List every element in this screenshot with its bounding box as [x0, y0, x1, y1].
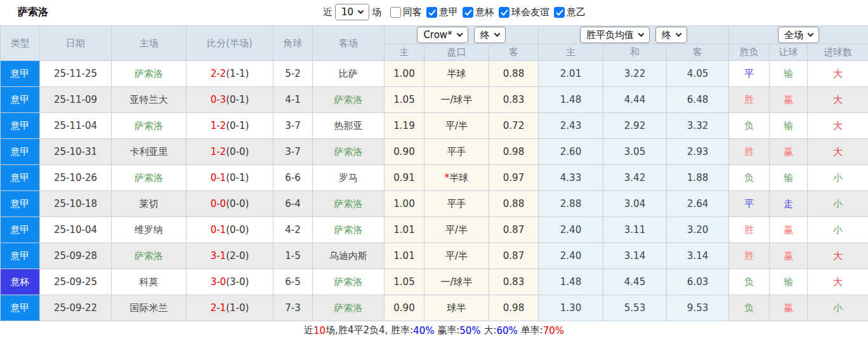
- home-team-cell: 科莫: [112, 269, 187, 295]
- avg-draw-odds-cell: 4.44: [603, 87, 667, 113]
- result-cell: 胜: [729, 87, 770, 113]
- score-cell: 0-1(0-0): [187, 217, 273, 243]
- handicap-away-odds-cell: 0.88: [489, 61, 539, 87]
- checkbox-same-away[interactable]: [390, 7, 401, 18]
- summary-segment: 单率:: [518, 324, 543, 336]
- handicap-home-odds-cell: 1.01: [385, 217, 424, 243]
- date-cell: 25-09-25: [40, 269, 112, 295]
- summary-segment: 70%: [543, 325, 564, 336]
- handicap-line-cell: *半球: [424, 165, 489, 191]
- result-cell: 负: [729, 113, 770, 139]
- corners-cell: 6-5: [273, 269, 313, 295]
- handicap-line-cell: 半球: [424, 61, 489, 87]
- away-team-cell: 萨索洛: [313, 87, 385, 113]
- away-team-cell: 罗马: [313, 165, 385, 191]
- date-cell: 25-10-18: [40, 191, 112, 217]
- handicap-home-odds-cell: 0.90: [385, 139, 424, 165]
- away-team-cell: 萨索洛: [313, 217, 385, 243]
- score-cell: 1-2(0-0): [187, 139, 273, 165]
- avg-type-select[interactable]: 胜平负均值: [580, 27, 650, 43]
- recent-count-select[interactable]: 10: [335, 4, 369, 20]
- away-team-cell: 萨索洛: [313, 191, 385, 217]
- home-team-cell: 萨索洛: [112, 165, 187, 191]
- col-header-handicap-result: 让球: [770, 44, 808, 61]
- table-row: 意甲25-10-04维罗纳0-1(0-0)4-2萨索洛1.01平/半0.872.…: [1, 217, 868, 243]
- result-group-header: 全场: [729, 26, 868, 44]
- avg-home-odds-cell: 2.40: [539, 217, 603, 243]
- avg-draw-odds-cell: 4.45: [603, 269, 667, 295]
- filter-club-friendly: 球会友谊: [499, 6, 549, 18]
- chevron-down-icon: [676, 30, 682, 37]
- odds-company-value: Crow*: [423, 29, 452, 41]
- col-header-corner: 角球: [273, 26, 313, 61]
- table-row: 意甲25-11-04萨索洛1-2(0-1)3-7热那亚1.19平/半0.722.…: [1, 113, 868, 139]
- goals-result-cell: 大: [808, 139, 868, 165]
- handicap-result-cell: 走: [770, 191, 808, 217]
- avg-away-odds-cell: 3.20: [667, 217, 729, 243]
- goals-result-cell: 小: [808, 165, 868, 191]
- checkbox-serie-b[interactable]: [554, 7, 565, 18]
- halftime-score: (0-1): [226, 94, 249, 105]
- table-row: 意甲25-09-28萨索洛3-1(2-0)1-5乌迪内斯1.01平/半0.872…: [1, 243, 868, 269]
- goals-result-cell: 大: [808, 61, 868, 87]
- score-cell: 0-1(0-1): [187, 165, 273, 191]
- avg-stage-value: 终: [662, 29, 671, 41]
- handicap-result-cell: 赢: [770, 217, 808, 243]
- handicap-result-cell: 赢: [770, 295, 808, 321]
- chevron-down-icon: [638, 30, 645, 37]
- handicap-result-cell: 输: [770, 269, 808, 295]
- checkbox-coppa-italia[interactable]: [463, 7, 473, 18]
- odds-stage-select[interactable]: 终: [474, 27, 506, 43]
- result-cell: 平: [729, 191, 770, 217]
- top-bar: 萨索洛 近 10 场 同客意甲意杯球会友谊意乙: [0, 0, 868, 25]
- avg-draw-odds-cell: 3.11: [603, 217, 667, 243]
- halftime-score: (0-1): [226, 172, 249, 183]
- score-cell: 2-2(1-1): [187, 61, 273, 87]
- corners-cell: 5-2: [273, 61, 313, 87]
- col-header-odds-home: 主: [385, 44, 424, 61]
- date-cell: 25-11-25: [40, 61, 112, 87]
- corners-cell: 4-1: [273, 87, 313, 113]
- avg-stage-select[interactable]: 终: [655, 27, 687, 43]
- scope-select[interactable]: 全场: [778, 27, 819, 43]
- corners-cell: 7-3: [273, 295, 313, 321]
- score-cell: 3-0(3-0): [187, 269, 273, 295]
- odds-stage-value: 终: [480, 29, 490, 41]
- table-row: 意甲25-10-31卡利亚里1-2(0-0)3-7萨索洛0.90平手0.982.…: [1, 139, 868, 165]
- match-history-table: 类型 日期 主场 比分(半场) 角球 客场 Crow* 终: [0, 25, 868, 321]
- halftime-score: (0-0): [226, 198, 249, 209]
- handicap-line-cell: 一/球半: [424, 269, 489, 295]
- score-cell: 3-1(2-0): [187, 243, 273, 269]
- score-cell: 2-1(1-0): [187, 295, 273, 321]
- handicap-result-cell: 输: [770, 165, 808, 191]
- result-cell: 胜: [729, 139, 770, 165]
- away-team-cell: 乌迪内斯: [313, 243, 385, 269]
- corners-cell: 3-7: [273, 113, 313, 139]
- result-cell: 负: [729, 295, 770, 321]
- fulltime-score: 0-0: [211, 198, 227, 209]
- checkbox-club-friendly[interactable]: [499, 7, 510, 18]
- checkbox-serie-a[interactable]: [426, 7, 437, 18]
- home-team-cell: 卡利亚里: [112, 139, 187, 165]
- handicap-away-odds-cell: 0.83: [489, 269, 539, 295]
- avg-away-odds-cell: 2.93: [667, 139, 729, 165]
- odds-company-select[interactable]: Crow*: [417, 27, 468, 43]
- avg-away-odds-cell: 3.14: [667, 243, 729, 269]
- handicap-home-odds-cell: 1.01: [385, 243, 424, 269]
- avg-draw-odds-cell: 3.42: [603, 165, 667, 191]
- scope-value: 全场: [784, 29, 803, 41]
- home-team-cell: 萨索洛: [112, 61, 187, 87]
- handicap-away-odds-cell: 0.83: [489, 87, 539, 113]
- handicap-result-cell: 赢: [770, 87, 808, 113]
- avg-away-odds-cell: 2.64: [667, 191, 729, 217]
- type-cell: 意杯: [1, 269, 40, 295]
- halftime-score: (2-0): [226, 250, 249, 262]
- filter-serie-b: 意乙: [554, 6, 586, 18]
- handicap-home-odds-cell: 1.05: [385, 269, 424, 295]
- filter-label-coppa-italia: 意杯: [475, 6, 494, 18]
- date-cell: 25-11-04: [40, 113, 112, 139]
- type-cell: 意甲: [1, 217, 40, 243]
- type-cell: 意甲: [1, 243, 40, 269]
- competition-filters: 同客意甲意杯球会友谊意乙: [384, 6, 586, 18]
- summary-segment: 60%: [496, 325, 517, 336]
